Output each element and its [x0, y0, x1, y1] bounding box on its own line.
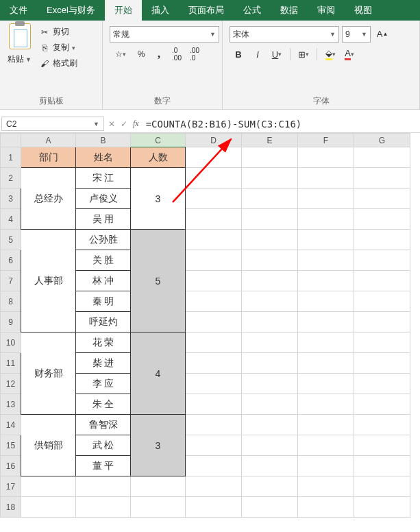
cell[interactable]: [186, 147, 242, 168]
col-header-f[interactable]: F: [298, 134, 354, 147]
cell[interactable]: [186, 353, 242, 374]
cell[interactable]: [242, 147, 298, 168]
cell[interactable]: [186, 374, 242, 394]
tab-home[interactable]: 开始: [105, 0, 142, 21]
cell[interactable]: [242, 476, 298, 497]
cell[interactable]: 吴 用: [76, 209, 131, 230]
cell[interactable]: [186, 189, 242, 209]
cell[interactable]: [354, 312, 410, 332]
row-header[interactable]: 12: [1, 374, 21, 394]
cell[interactable]: [186, 456, 242, 476]
cancel-formula-icon[interactable]: ✕: [108, 119, 115, 129]
cell[interactable]: [186, 291, 242, 312]
increase-font-button[interactable]: A▲: [373, 26, 391, 41]
cell[interactable]: [298, 147, 354, 168]
cell[interactable]: [298, 250, 354, 271]
row-header[interactable]: 9: [1, 312, 21, 332]
cell[interactable]: 3: [131, 415, 186, 476]
row-header[interactable]: 3: [1, 189, 21, 209]
cell[interactable]: 公孙胜: [76, 230, 131, 250]
cell[interactable]: 人数: [131, 147, 186, 168]
font-size-dropdown[interactable]: 9 ▼: [342, 26, 371, 43]
cell[interactable]: [354, 353, 410, 374]
cell[interactable]: [186, 332, 242, 353]
cell[interactable]: [298, 209, 354, 230]
row-header[interactable]: 13: [1, 394, 21, 415]
border-button[interactable]: ⊞▾: [295, 47, 312, 62]
row-header[interactable]: 8: [1, 291, 21, 312]
row-header[interactable]: 18: [1, 497, 21, 518]
cell[interactable]: [242, 209, 298, 230]
cell[interactable]: [186, 209, 242, 230]
cell[interactable]: [354, 374, 410, 394]
format-painter-button[interactable]: 🖌 格式刷: [39, 58, 77, 69]
cell[interactable]: [298, 312, 354, 332]
cell[interactable]: [354, 189, 410, 209]
cell[interactable]: [298, 435, 354, 456]
tab-review[interactable]: 审阅: [308, 0, 345, 21]
cell[interactable]: 花 荣: [76, 332, 131, 353]
cell[interactable]: 关 胜: [76, 250, 131, 271]
col-header-g[interactable]: G: [354, 134, 410, 147]
cell[interactable]: [186, 435, 242, 456]
comma-button[interactable]: ,: [151, 47, 167, 62]
tab-layout[interactable]: 页面布局: [179, 0, 234, 21]
cell[interactable]: [76, 497, 131, 518]
cell[interactable]: [131, 476, 186, 497]
cell[interactable]: [186, 250, 242, 271]
underline-button[interactable]: U▾: [268, 47, 286, 62]
cell[interactable]: [298, 230, 354, 250]
cell[interactable]: [354, 435, 410, 456]
cell[interactable]: [186, 497, 242, 518]
increase-decimal-button[interactable]: .00.0: [186, 47, 203, 62]
enter-formula-icon[interactable]: ✓: [121, 119, 127, 129]
cell[interactable]: [298, 189, 354, 209]
select-all-corner[interactable]: [1, 134, 21, 147]
cut-button[interactable]: ✂ 剪切: [39, 26, 77, 38]
cell[interactable]: 卢俊义: [76, 189, 131, 209]
row-header[interactable]: 10: [1, 332, 21, 353]
cell[interactable]: [298, 394, 354, 415]
cell[interactable]: [298, 456, 354, 476]
cell[interactable]: 5: [131, 230, 186, 332]
cell[interactable]: [76, 476, 131, 497]
row-header[interactable]: 4: [1, 209, 21, 230]
cell[interactable]: 人事部: [21, 230, 76, 332]
decrease-decimal-button[interactable]: .0.00: [169, 47, 185, 62]
cell[interactable]: [298, 415, 354, 435]
row-header[interactable]: 1: [1, 147, 21, 168]
col-header-b[interactable]: B: [76, 134, 131, 147]
cell[interactable]: 4: [131, 332, 186, 415]
cell[interactable]: [242, 250, 298, 271]
cell[interactable]: [242, 456, 298, 476]
col-header-d[interactable]: D: [186, 134, 242, 147]
cell[interactable]: [242, 312, 298, 332]
bold-button[interactable]: B: [230, 47, 247, 62]
cell[interactable]: 财务部: [21, 332, 76, 415]
row-header[interactable]: 11: [1, 353, 21, 374]
cell[interactable]: [298, 497, 354, 518]
cell[interactable]: [354, 168, 410, 189]
cell[interactable]: [186, 168, 242, 189]
percent-button[interactable]: %: [133, 47, 149, 62]
cell[interactable]: 朱 仝: [76, 394, 131, 415]
cell[interactable]: [242, 415, 298, 435]
cell[interactable]: [186, 394, 242, 415]
tab-excel-finance[interactable]: Excel与财务: [37, 0, 105, 21]
cell[interactable]: [354, 147, 410, 168]
cell[interactable]: [354, 394, 410, 415]
cell[interactable]: 总经办: [21, 168, 76, 230]
row-header[interactable]: 14: [1, 415, 21, 435]
cell[interactable]: [242, 435, 298, 456]
cell[interactable]: [242, 332, 298, 353]
cell[interactable]: 秦 明: [76, 291, 131, 312]
cell[interactable]: [354, 291, 410, 312]
cell[interactable]: [186, 230, 242, 250]
font-name-dropdown[interactable]: 宋体 ▼: [230, 26, 339, 43]
cell[interactable]: [298, 353, 354, 374]
name-box[interactable]: C2 ▼: [1, 117, 104, 131]
cell[interactable]: [298, 476, 354, 497]
tab-data[interactable]: 数据: [271, 0, 308, 21]
row-header[interactable]: 7: [1, 271, 21, 291]
cell[interactable]: [298, 271, 354, 291]
